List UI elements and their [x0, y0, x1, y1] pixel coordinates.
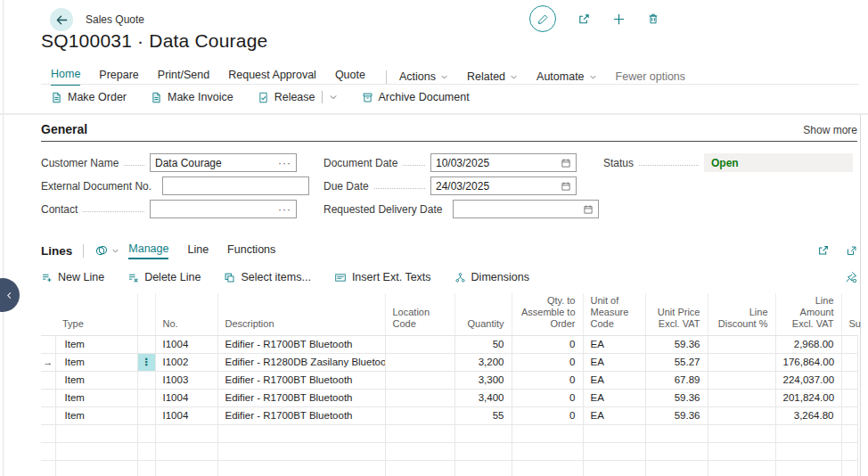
- fewer-options-link[interactable]: Fewer options: [616, 70, 686, 83]
- cell-uom_code[interactable]: [583, 460, 645, 476]
- external-doc-no-field[interactable]: [162, 176, 309, 195]
- cell-qty_to_assemble[interactable]: [512, 442, 583, 460]
- contact-field[interactable]: ···: [150, 200, 297, 218]
- lines-section-title[interactable]: Lines: [41, 244, 72, 258]
- cell-subtotal_partial[interactable]: [841, 460, 857, 476]
- cell-uom_code[interactable]: EA: [583, 335, 645, 353]
- cell-location_code[interactable]: [385, 460, 454, 476]
- cell-line_amount[interactable]: [775, 442, 841, 460]
- customer-name-field[interactable]: Data Courage ···: [150, 153, 297, 172]
- cell-description[interactable]: Edifier - R1280DB Zasilany Bluetooth: [217, 353, 385, 371]
- cell-qty_to_assemble[interactable]: [512, 460, 583, 476]
- cell-qty_to_assemble[interactable]: 0: [512, 389, 583, 406]
- cell-line_amount[interactable]: 2,968.00: [775, 335, 841, 353]
- cell-no[interactable]: I1004: [155, 406, 217, 424]
- col-header-unit_price[interactable]: Unit Price Excl. VAT: [645, 293, 708, 335]
- cell-line_amount[interactable]: [775, 460, 841, 476]
- make-invoice-button[interactable]: Make Invoice: [151, 91, 233, 103]
- pin-toolbar-button[interactable]: [845, 271, 857, 283]
- cell-qty_to_assemble[interactable]: 0: [512, 406, 583, 424]
- cell-location_code[interactable]: [385, 424, 454, 442]
- cell-location_code[interactable]: [385, 353, 454, 371]
- cell-line_discount[interactable]: [708, 389, 775, 406]
- document-date-field[interactable]: 10/03/2025: [430, 153, 577, 172]
- cell-description[interactable]: [217, 442, 385, 460]
- cell-location_code[interactable]: [385, 442, 454, 460]
- cell-unit_price[interactable]: 67.89: [645, 371, 708, 389]
- delete-line-button[interactable]: Delete Line: [127, 271, 201, 283]
- cell-quantity[interactable]: [454, 442, 512, 460]
- cell-unit_price[interactable]: [645, 460, 708, 476]
- lookup-ellipsis-icon[interactable]: ···: [278, 158, 291, 168]
- cell-line_discount[interactable]: [708, 353, 775, 371]
- cell-type[interactable]: Item: [55, 335, 137, 353]
- cell-location_code[interactable]: [385, 335, 454, 353]
- cell-subtotal_partial[interactable]: [841, 424, 857, 442]
- cell-line_discount[interactable]: [708, 371, 775, 389]
- cell-menu[interactable]: [137, 371, 155, 389]
- row-selector-cell[interactable]: [41, 442, 55, 460]
- copilot-menu-button[interactable]: [94, 244, 119, 258]
- row-selector-cell[interactable]: [41, 406, 55, 424]
- cell-line_amount[interactable]: [775, 424, 841, 442]
- cell-quantity[interactable]: [454, 424, 512, 442]
- cell-quantity[interactable]: [454, 460, 512, 476]
- cell-subtotal_partial[interactable]: [841, 371, 857, 389]
- col-header-menu[interactable]: [137, 293, 155, 335]
- share-button[interactable]: [577, 12, 591, 26]
- edit-button[interactable]: [529, 5, 556, 32]
- cell-line_discount[interactable]: [708, 406, 775, 424]
- lines-tab-functions[interactable]: Functions: [227, 243, 275, 259]
- open-in-new-window-button[interactable]: [846, 245, 857, 257]
- cell-type[interactable]: [55, 460, 137, 476]
- col-header-line_discount[interactable]: Line Discount %: [708, 293, 775, 335]
- chevron-down-icon[interactable]: [329, 93, 338, 102]
- new-document-button[interactable]: [612, 12, 626, 26]
- row-selector-cell[interactable]: [41, 460, 55, 476]
- cell-uom_code[interactable]: EA: [583, 406, 645, 424]
- cell-location_code[interactable]: [385, 406, 454, 424]
- cell-type[interactable]: Item: [55, 371, 137, 389]
- cell-unit_price[interactable]: 55.27: [645, 353, 708, 371]
- general-section-title[interactable]: General: [41, 122, 87, 136]
- col-header-subtotal_partial[interactable]: Su: [841, 293, 857, 335]
- col-header-location_code[interactable]: Location Code: [385, 293, 454, 335]
- cell-menu[interactable]: [137, 424, 155, 442]
- cell-line_amount[interactable]: 3,264.80: [775, 406, 841, 424]
- cell-description[interactable]: [217, 460, 385, 476]
- cell-quantity[interactable]: 3,400: [454, 389, 512, 406]
- menu-related[interactable]: Related: [467, 70, 518, 83]
- cell-unit_price[interactable]: 59.36: [645, 335, 708, 353]
- cell-quantity[interactable]: 3,200: [454, 353, 512, 371]
- cell-uom_code[interactable]: EA: [583, 371, 645, 389]
- cell-subtotal_partial[interactable]: [841, 335, 857, 353]
- cell-description[interactable]: Edifier - R1700BT Bluetooth: [217, 335, 385, 353]
- cell-line_discount[interactable]: [708, 335, 775, 353]
- cell-uom_code[interactable]: EA: [583, 389, 645, 406]
- cell-menu[interactable]: [137, 389, 155, 406]
- collapse-pane-handle[interactable]: [0, 278, 20, 312]
- row-selector-cell[interactable]: →: [41, 353, 55, 371]
- cell-description[interactable]: Edifier - R1700BT Bluetooth: [217, 406, 385, 424]
- tab-prepare[interactable]: Prepare: [99, 69, 138, 85]
- cell-subtotal_partial[interactable]: [841, 353, 857, 371]
- requested-delivery-date-field[interactable]: [453, 200, 599, 218]
- cell-quantity[interactable]: 3,300: [454, 371, 512, 389]
- cell-no[interactable]: I1004: [155, 389, 217, 406]
- menu-actions[interactable]: Actions: [399, 70, 448, 83]
- cell-no[interactable]: [155, 442, 217, 460]
- tab-print-send[interactable]: Print/Send: [158, 69, 209, 85]
- lookup-ellipsis-icon[interactable]: ···: [278, 204, 291, 215]
- cell-line_amount[interactable]: 224,037.00: [775, 371, 841, 389]
- cell-uom_code[interactable]: [583, 424, 645, 442]
- cell-line_amount[interactable]: 176,864.00: [775, 353, 841, 371]
- cell-type[interactable]: Item: [55, 406, 137, 424]
- col-header-qty_to_assemble[interactable]: Qty. to Assemble to Order: [512, 293, 583, 335]
- row-selector-cell[interactable]: [41, 424, 55, 442]
- dimensions-button[interactable]: Dimensions: [454, 271, 529, 283]
- cell-menu[interactable]: [137, 442, 155, 460]
- cell-subtotal_partial[interactable]: [841, 389, 857, 406]
- row-menu-kebab[interactable]: ⋮: [137, 353, 155, 371]
- cell-line_amount[interactable]: 201,824.00: [775, 389, 841, 406]
- cell-description[interactable]: Edifier - R1700BT Bluetooth: [217, 389, 385, 406]
